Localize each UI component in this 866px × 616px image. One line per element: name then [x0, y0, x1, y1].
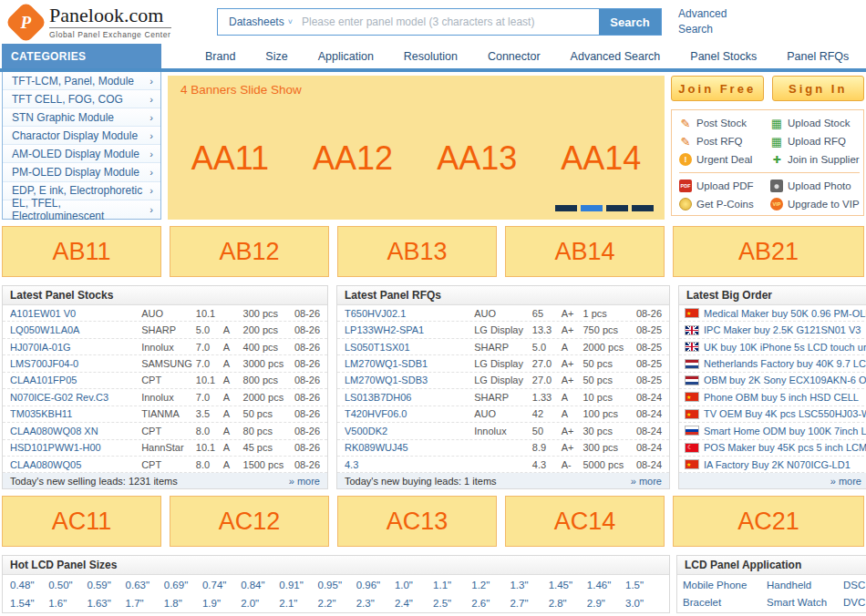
panel-model-link[interactable]: CLAA080WQ05: [10, 459, 141, 470]
panel-model-link[interactable]: HJ070IA-01G: [10, 342, 141, 353]
banner-slideshow[interactable]: 4 Banners Slide Show AA11AA12AA13AA14: [168, 76, 665, 220]
sidebar-item[interactable]: Charactor Display Module ›: [3, 127, 160, 145]
big-order-link[interactable]: OBM buy 2K Sony ECX109AKN-6 OLED: [679, 373, 866, 389]
panel-model-link[interactable]: V500DK2: [345, 426, 474, 436]
size-link[interactable]: 1.8": [164, 598, 202, 609]
size-link[interactable]: 1.9": [202, 598, 241, 609]
big-order-link[interactable]: TV OEM Buy 4K pcs LSC550HJ03-W: [679, 406, 866, 423]
panel-model-link[interactable]: A101EW01 V0: [10, 308, 141, 319]
account-link[interactable]: Post RFQ: [679, 135, 770, 148]
nav-link[interactable]: Panel RFQs: [787, 50, 849, 63]
banner-ad[interactable]: AA11: [191, 139, 269, 178]
application-link[interactable]: Handheld: [767, 580, 843, 590]
panel-model-link[interactable]: LP133WH2-SPA1: [345, 324, 474, 335]
size-link[interactable]: 2.9": [587, 598, 625, 609]
slide-indicator[interactable]: [606, 205, 628, 211]
panel-model-link[interactable]: N070ICE-G02 Rev.C3: [10, 392, 141, 403]
big-order-link[interactable]: Netherlands Factory buy 40K 9.7 LCM: [679, 355, 866, 372]
nav-link[interactable]: Brand: [205, 50, 235, 63]
banner-ad[interactable]: AC14: [505, 496, 665, 547]
size-link[interactable]: 1.1": [433, 580, 471, 590]
sidebar-item[interactable]: AM-OLED Display Module ›: [3, 145, 160, 163]
application-link[interactable]: DVC: [843, 597, 865, 608]
advanced-search-link[interactable]: Advanced Search: [678, 6, 735, 37]
size-link[interactable]: 0.48": [10, 580, 48, 590]
size-link[interactable]: 1.0": [395, 580, 433, 590]
size-link[interactable]: 1.7": [126, 598, 164, 609]
size-link[interactable]: 1.6": [48, 598, 87, 609]
slide-indicator[interactable]: [632, 205, 654, 211]
big-order-link[interactable]: POS Maker buy 45K pcs 5 inch LCM: [679, 440, 866, 457]
slide-indicator[interactable]: [555, 205, 577, 211]
size-link[interactable]: 2.4": [395, 598, 433, 609]
big-order-link[interactable]: Smart Home ODM buy 100K 7inch LCD: [679, 423, 866, 439]
join-free-button[interactable]: Join Free: [671, 76, 764, 101]
panel-model-link[interactable]: CLAA101FP05: [10, 375, 141, 385]
size-link[interactable]: 0.91": [279, 580, 317, 590]
panel-model-link[interactable]: LS013B7DH06: [345, 392, 474, 403]
banner-ad[interactable]: AC13: [337, 496, 497, 547]
nav-link[interactable]: Connector: [488, 50, 541, 63]
size-link[interactable]: 1.45": [549, 580, 587, 590]
size-link[interactable]: 0.96": [356, 580, 395, 590]
size-link[interactable]: 0.74": [202, 580, 241, 590]
application-link[interactable]: DSC: [843, 580, 865, 590]
banner-ad[interactable]: AC11: [2, 496, 161, 547]
search-input[interactable]: [302, 9, 599, 35]
sidebar-item[interactable]: EL, TFEL, Electroluminescent ›: [3, 200, 160, 219]
size-link[interactable]: 1.2": [471, 580, 510, 590]
panel-model-link[interactable]: CLAA080WQ08 XN: [10, 426, 141, 436]
banner-ad[interactable]: AB13: [337, 226, 497, 277]
application-link[interactable]: Mobile Phone: [683, 580, 767, 590]
size-link[interactable]: 2.1": [279, 598, 317, 609]
search-button[interactable]: Search: [599, 9, 661, 35]
panel-model-link[interactable]: RK089WUJ45: [345, 442, 474, 453]
size-link[interactable]: 1.54": [10, 598, 48, 609]
more-link[interactable]: » more: [631, 476, 662, 487]
slide-indicator[interactable]: [581, 205, 603, 211]
nav-link[interactable]: Size: [265, 50, 287, 63]
size-link[interactable]: 2.7": [510, 598, 548, 609]
nav-link[interactable]: Resolution: [404, 50, 458, 63]
application-link[interactable]: Smart Watch: [767, 597, 843, 608]
sidebar-item[interactable]: PM-OLED Display Module ›: [3, 163, 160, 181]
nav-link[interactable]: Application: [318, 50, 374, 63]
account-link[interactable]: Join in Supplier: [770, 153, 860, 166]
banner-ad[interactable]: AB11: [2, 226, 161, 277]
panel-model-link[interactable]: TM035KBH11: [10, 408, 141, 419]
banner-ad[interactable]: AB12: [170, 226, 329, 277]
panel-model-link[interactable]: 4.3: [345, 459, 474, 470]
sidebar-item[interactable]: STN Graphic Module ›: [3, 108, 160, 127]
logo[interactable]: P Panelook.com Global Panel Exchange Cen…: [2, 5, 217, 38]
application-link[interactable]: Bracelet: [683, 597, 767, 608]
account-link[interactable]: Get P-Coins: [679, 198, 770, 210]
big-order-link[interactable]: Medical Maker buy 50K 0.96 PM-OLED: [679, 305, 866, 322]
panel-model-link[interactable]: LM270WQ1-SDB1: [345, 358, 474, 369]
size-link[interactable]: 2.3": [356, 598, 395, 609]
size-link[interactable]: 0.59": [87, 580, 125, 590]
more-link[interactable]: » more: [289, 476, 320, 487]
big-order-link[interactable]: IPC Maker buy 2.5K G121SN01 V3: [679, 322, 866, 338]
more-link[interactable]: » more: [830, 476, 861, 487]
search-category-dropdown[interactable]: Datasheets ˅: [218, 9, 302, 35]
sign-in-button[interactable]: Sign In: [772, 76, 865, 101]
size-link[interactable]: 0.84": [241, 580, 279, 590]
size-link[interactable]: 1.3": [510, 580, 548, 590]
sidebar-item[interactable]: TFT CELL, FOG, COG ›: [3, 90, 160, 108]
size-link[interactable]: 0.50": [48, 580, 87, 590]
size-link[interactable]: 1.63": [87, 598, 125, 609]
account-link[interactable]: Urgent Deal: [679, 153, 770, 166]
big-order-link[interactable]: Phone OBM buy 5 inch HSD CELL: [679, 389, 866, 406]
panel-model-link[interactable]: LMS700JF04-0: [10, 358, 141, 369]
size-link[interactable]: 0.63": [126, 580, 164, 590]
banner-ad[interactable]: AC12: [170, 496, 329, 547]
account-link[interactable]: Upgrade to VIP: [770, 198, 860, 210]
size-link[interactable]: 2.6": [471, 598, 510, 609]
account-link[interactable]: Upload PDF: [679, 180, 770, 192]
sidebar-item[interactable]: TFT-LCM, Panel, Module ›: [3, 72, 160, 90]
banner-ad[interactable]: AC21: [673, 496, 864, 547]
size-link[interactable]: 2.2": [318, 598, 356, 609]
big-order-link[interactable]: IA Factory Buy 2K N070ICG-LD1: [679, 457, 866, 473]
size-link[interactable]: 2.8": [549, 598, 587, 609]
panel-model-link[interactable]: HSD101PWW1-H00: [10, 442, 141, 453]
